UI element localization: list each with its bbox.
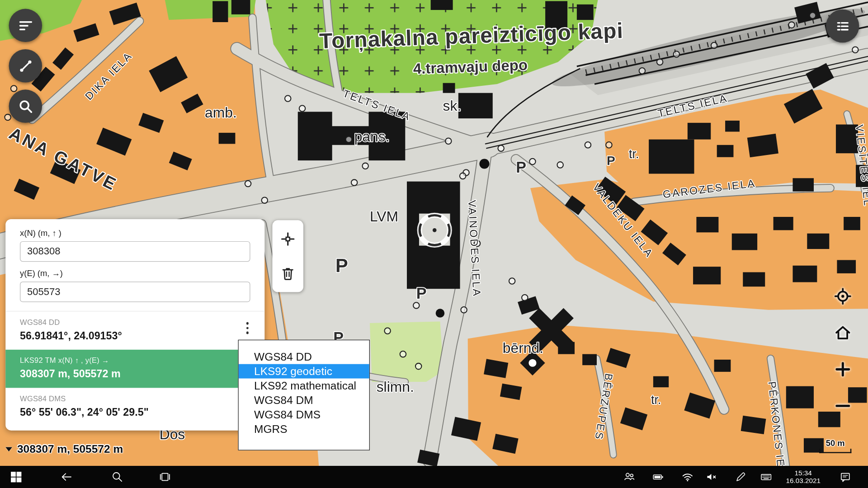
measure-button[interactable] xyxy=(9,49,42,82)
scale-bar: 50 m xyxy=(819,438,851,453)
locate-button[interactable] xyxy=(833,286,852,305)
battery-icon xyxy=(652,471,664,483)
dropdown-item-lks92geodetic[interactable]: LKS92 geodetic xyxy=(239,364,369,379)
zoom-out-button[interactable] xyxy=(833,396,852,415)
map-label: LVM xyxy=(370,208,398,225)
back-button[interactable] xyxy=(54,466,79,488)
coordinate-entry-wgs84dms: WGS84 DMS 56° 55' 06.3", 24° 05' 29.5" xyxy=(5,388,264,426)
back-arrow-icon xyxy=(60,471,72,483)
action-center-button[interactable] xyxy=(834,466,857,488)
menu-icon xyxy=(18,18,33,33)
pen-tray-button[interactable] xyxy=(729,466,752,488)
delete-button[interactable] xyxy=(276,259,299,287)
search-icon xyxy=(111,471,123,483)
locate-icon xyxy=(834,287,851,305)
map-dome xyxy=(528,359,536,367)
search-button[interactable] xyxy=(9,89,42,122)
center-coordinates-icon xyxy=(280,231,296,247)
scale-label: 50 m xyxy=(819,438,851,448)
people-tray-button[interactable] xyxy=(618,466,641,488)
panel-tools xyxy=(272,220,303,292)
coordinate-format-dropdown: WGS84 DD LKS92 geodetic LKS92 mathematic… xyxy=(238,340,370,450)
map-label: amb. xyxy=(205,104,237,121)
screen: Torņakalna pareizticīgo kapi 4.tramvaju … xyxy=(0,0,868,488)
coordinate-entry-wgs84dd: WGS84 DD 56.91841°, 24.09153° xyxy=(5,311,264,349)
volume-muted-icon xyxy=(705,471,717,483)
battery-tray-button[interactable] xyxy=(646,466,670,488)
map-label: slimn. xyxy=(377,379,414,395)
map-parking-label: P xyxy=(516,159,526,176)
coordinate-entry-lks92: LKS92 TM x(N) ↑ , y(E) → 308307 m, 50557… xyxy=(5,350,264,388)
entry-value: 308307 m, 505572 m xyxy=(20,368,250,380)
dropdown-item-wgs84dm[interactable]: WGS84 DM xyxy=(239,393,369,407)
volume-tray-button[interactable] xyxy=(700,466,723,488)
map-label: pans. xyxy=(354,128,390,145)
entry-label: WGS84 DMS xyxy=(20,394,250,403)
menu-button[interactable] xyxy=(9,9,42,42)
taskbar-clock[interactable]: 15:34 16.03.2021 xyxy=(779,466,827,488)
home-icon xyxy=(834,324,851,341)
status-coordinates: 308307 m, 505572 m xyxy=(17,443,123,455)
zoom-out-icon xyxy=(834,397,851,414)
taskbar: 15:34 16.03.2021 xyxy=(0,466,868,488)
windows-logo-icon xyxy=(10,471,22,483)
dropdown-item-wgs84dms[interactable]: WGS84 DMS xyxy=(239,407,369,422)
map-parking-label: P xyxy=(607,154,615,168)
people-icon xyxy=(623,471,636,483)
coordinates-panel: x(N) (m, ↑ ) y(E) (m, →) WGS84 DD 56.918… xyxy=(5,219,264,431)
entry-value: 56° 55' 06.3", 24° 05' 29.5" xyxy=(20,406,250,418)
x-label: x(N) (m, ↑ ) xyxy=(20,228,250,237)
scale-rule xyxy=(819,449,851,453)
task-view-icon xyxy=(159,471,171,483)
action-center-icon xyxy=(839,471,851,483)
map-label: bērnd. xyxy=(503,340,543,356)
dropdown-item-mgrs[interactable]: MGRS xyxy=(239,422,369,436)
dropdown-item-wgs84dd[interactable]: WGS84 DD xyxy=(239,350,369,364)
y-label: y(E) (m, →) xyxy=(20,268,250,278)
x-input[interactable] xyxy=(20,241,250,262)
collapse-arrow-icon[interactable] xyxy=(5,447,12,451)
keyboard-icon xyxy=(760,471,772,483)
pen-icon xyxy=(735,471,747,483)
stage: Torņakalna pareizticīgo kapi 4.tramvaju … xyxy=(0,0,868,488)
search-icon xyxy=(18,99,33,114)
zoom-in-button[interactable] xyxy=(833,360,852,379)
center-coordinates-button[interactable] xyxy=(276,225,299,253)
home-button[interactable] xyxy=(833,323,852,342)
zoom-in-icon xyxy=(834,361,851,378)
map-label: sk. xyxy=(443,98,462,114)
status-bar: 308307 m, 505572 m xyxy=(5,443,123,455)
task-view-button[interactable] xyxy=(153,466,177,488)
measure-icon xyxy=(18,58,33,73)
taskbar-search-button[interactable] xyxy=(105,466,130,488)
entry-label: LKS92 TM x(N) ↑ , y(E) → xyxy=(20,357,250,365)
trash-icon xyxy=(280,266,296,281)
map-label: tr. xyxy=(651,393,661,407)
entry-value: 56.91841°, 24.09153° xyxy=(20,330,250,342)
map-parking-label: P xyxy=(335,255,348,276)
map-node-dot xyxy=(436,309,445,318)
start-button[interactable] xyxy=(5,466,28,488)
map-controls xyxy=(832,286,853,415)
map-label: tr. xyxy=(629,147,639,161)
dropdown-item-lks92mathematical[interactable]: LKS92 mathematical xyxy=(239,379,369,393)
map-parking-label: P xyxy=(416,285,427,302)
legend-list-icon xyxy=(835,19,850,33)
clock-time: 15:34 xyxy=(795,469,812,477)
clock-date: 16.03.2021 xyxy=(786,477,821,485)
keyboard-tray-button[interactable] xyxy=(755,466,778,488)
map-node-dot xyxy=(479,159,489,169)
wifi-icon xyxy=(681,471,693,483)
entry-label: WGS84 DD xyxy=(20,318,250,326)
more-options-button[interactable] xyxy=(240,318,255,338)
legend-button[interactable] xyxy=(826,9,859,42)
y-input[interactable] xyxy=(20,282,250,302)
network-tray-button[interactable] xyxy=(676,466,699,488)
